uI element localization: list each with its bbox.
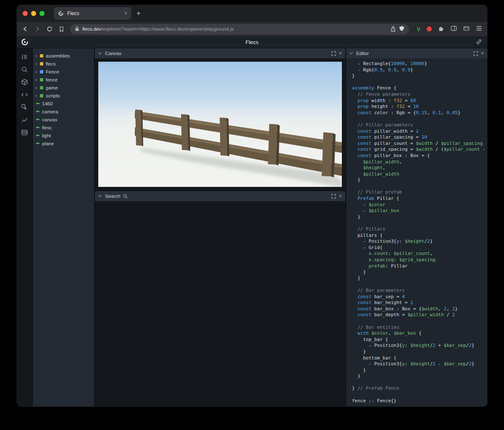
extensions-puzzle-button[interactable] bbox=[438, 25, 444, 33]
share-link-icon[interactable] bbox=[476, 39, 482, 47]
tree-item-Fence[interactable]: ›Fence bbox=[35, 68, 92, 76]
tree-item-scripts[interactable]: ›scripts bbox=[35, 92, 92, 100]
canvas-panel: Canvas × bbox=[95, 48, 345, 190]
share-button[interactable] bbox=[390, 26, 396, 33]
browser-tab[interactable]: Flecs × bbox=[54, 7, 131, 20]
forward-button[interactable] bbox=[34, 26, 41, 32]
tree-item-label: plane bbox=[42, 141, 54, 146]
entity-tree: ›assemblies›flecs›Fence›fence›game›scrip… bbox=[33, 48, 94, 406]
code-line: x.spacing: $grid_spacing bbox=[352, 257, 487, 263]
code-line: prop height : f32 = 10 bbox=[352, 104, 487, 110]
code-line: - Position3{y: $height/2} bbox=[352, 239, 487, 245]
code-line bbox=[352, 380, 487, 386]
code-line: const pillar_spacing = 10 bbox=[352, 134, 487, 141]
navigation-bar: flecs.dev/explorer/?wasm=https://www.fle… bbox=[17, 22, 487, 36]
maximize-icon[interactable] bbox=[473, 51, 478, 56]
code-line: x.count: $pillar_count, bbox=[352, 251, 487, 257]
tree-item-label: canvas bbox=[42, 117, 57, 122]
code-line: pillars { bbox=[352, 233, 487, 239]
tree-item-assemblies[interactable]: ›assemblies bbox=[35, 52, 92, 60]
expand-arrow-icon[interactable]: › bbox=[35, 61, 40, 66]
close-icon[interactable]: × bbox=[339, 51, 342, 56]
code-line bbox=[352, 116, 487, 122]
code-line bbox=[352, 318, 487, 325]
entity-color-icon bbox=[40, 54, 43, 58]
expand-arrow-icon[interactable]: › bbox=[35, 85, 40, 90]
code-line: } bbox=[352, 214, 487, 220]
code-line: } bbox=[352, 275, 487, 282]
code-line: - Rectangle{10000, 10000} bbox=[352, 61, 487, 67]
canvas-tool-icon[interactable] bbox=[19, 77, 30, 87]
tool-sidebar bbox=[17, 48, 32, 406]
tree-item-canvas[interactable]: canvas bbox=[35, 115, 92, 123]
search-results-area bbox=[95, 201, 345, 406]
maximize-icon[interactable] bbox=[331, 51, 336, 56]
canvas-panel-header[interactable]: Canvas × bbox=[95, 48, 345, 58]
fence-3d-render bbox=[98, 62, 342, 187]
tree-item-flecs[interactable]: ›flecs bbox=[35, 60, 92, 68]
minimize-window-button[interactable] bbox=[31, 11, 36, 16]
page-title: Flecs bbox=[17, 39, 487, 45]
editor-code[interactable]: - Rectangle{10000, 10000} - Rgb{0.9, 0.9… bbox=[346, 58, 487, 406]
expand-arrow-icon[interactable]: › bbox=[35, 77, 40, 82]
code-line: with $color, $bar_box { bbox=[352, 330, 487, 337]
tree-item-game[interactable]: ›game bbox=[35, 84, 92, 92]
expand-arrow-icon[interactable]: › bbox=[35, 69, 40, 74]
brave-shield-button[interactable] bbox=[399, 26, 404, 32]
close-window-button[interactable] bbox=[23, 11, 28, 16]
lock-icon bbox=[75, 26, 79, 32]
address-bar[interactable]: flecs.dev/explorer/?wasm=https://www.fle… bbox=[70, 24, 409, 34]
code-editor-tool-icon[interactable] bbox=[19, 90, 30, 99]
stats-tool-icon[interactable] bbox=[19, 115, 30, 124]
tree-item-camera[interactable]: camera bbox=[35, 108, 92, 115]
back-button[interactable] bbox=[22, 26, 29, 32]
url-path: /explorer/?wasm=https://www.flecs.dev/ex… bbox=[101, 26, 234, 31]
code-line: const bar_box : Box = {$width, 2, 1} bbox=[352, 306, 487, 312]
expand-arrow-icon[interactable]: › bbox=[35, 53, 40, 58]
entity-color-icon bbox=[40, 70, 43, 73]
url-text: flecs.dev/explorer/?wasm=https://www.fle… bbox=[82, 26, 387, 31]
chevron-down-icon[interactable] bbox=[98, 52, 102, 55]
entity-color-icon bbox=[40, 78, 43, 81]
entity-tree-tool-icon[interactable] bbox=[19, 52, 30, 61]
wallet-button[interactable] bbox=[463, 25, 470, 33]
search-panel-header[interactable]: Search × bbox=[95, 191, 345, 201]
bookmark-icon[interactable] bbox=[58, 26, 65, 32]
tree-item-flesc[interactable]: flesc bbox=[35, 123, 92, 131]
search-tool-icon[interactable] bbox=[19, 65, 30, 74]
close-icon[interactable]: × bbox=[339, 194, 342, 199]
chevron-down-icon[interactable] bbox=[349, 52, 353, 55]
adblock-extension-button[interactable] bbox=[427, 26, 432, 31]
expand-arrow-icon[interactable]: › bbox=[35, 93, 40, 98]
reload-button[interactable] bbox=[46, 26, 53, 32]
tree-item-label: scripts bbox=[46, 93, 60, 98]
inspect-tool-icon[interactable] bbox=[19, 102, 30, 112]
tree-item-label: assemblies bbox=[46, 53, 70, 58]
sidebar-toggle-button[interactable] bbox=[451, 25, 457, 33]
zoom-window-button[interactable] bbox=[39, 11, 45, 16]
code-line: - Rgb{0.9, 0.9, 0.9} bbox=[352, 67, 487, 73]
new-tab-button[interactable]: + bbox=[136, 9, 141, 18]
3d-viewport[interactable] bbox=[95, 58, 345, 190]
code-line: const pillar_count = $width / $pillar_sp… bbox=[352, 141, 487, 147]
editor-panel-header[interactable]: Editor × bbox=[346, 48, 487, 58]
tree-item-1460[interactable]: 1460 bbox=[35, 100, 92, 108]
search-icon bbox=[123, 194, 128, 199]
code-line: const grid_spacing = $width / ($pillar_c… bbox=[352, 147, 487, 153]
code-line: // Pillars bbox=[352, 226, 487, 233]
code-line: } bbox=[352, 367, 487, 374]
tree-item-plane[interactable]: plane bbox=[35, 139, 92, 147]
tree-item-fence[interactable]: ›fence bbox=[35, 76, 92, 84]
entity-color-icon bbox=[36, 103, 39, 104]
chevron-down-icon[interactable] bbox=[98, 195, 102, 197]
queries-tool-icon[interactable] bbox=[19, 128, 30, 137]
code-line bbox=[352, 79, 487, 86]
menu-button[interactable] bbox=[476, 25, 482, 33]
code-line: } bbox=[352, 349, 487, 355]
tree-item-light[interactable]: light bbox=[35, 131, 92, 139]
close-icon[interactable]: × bbox=[481, 51, 484, 56]
tab-close-icon[interactable]: × bbox=[124, 11, 127, 16]
vpn-extension-button[interactable]: V bbox=[417, 26, 420, 32]
maximize-icon[interactable] bbox=[331, 194, 336, 199]
code-line: } bbox=[352, 177, 487, 184]
